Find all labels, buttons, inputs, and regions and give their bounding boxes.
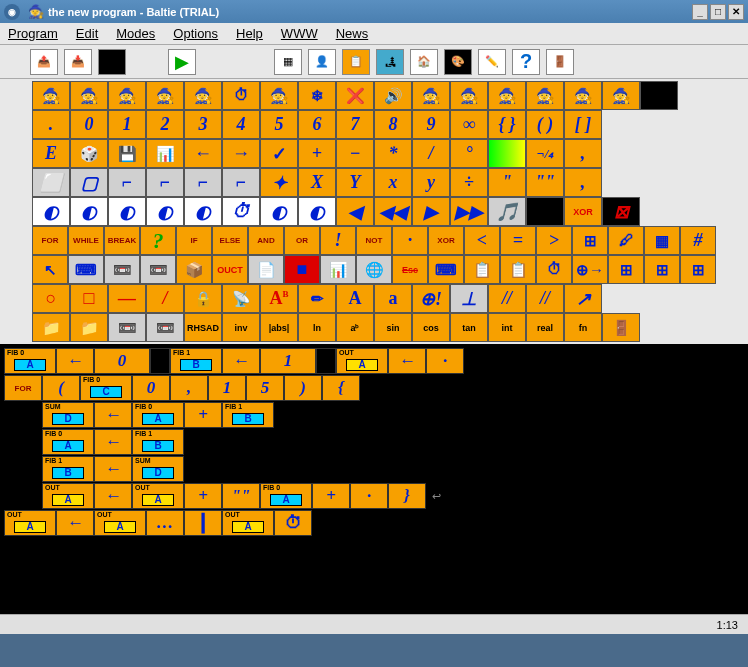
assign-block[interactable]: ← (56, 510, 94, 536)
keyboard-cell[interactable]: ⌨ (68, 255, 104, 284)
var-block[interactable]: OUTA (132, 483, 184, 509)
dots-block[interactable]: … (146, 510, 184, 536)
grid-cell[interactable]: ⊞ (644, 255, 680, 284)
corner-cell[interactable]: ⌐ (146, 168, 184, 197)
exit-cell[interactable]: 🚪 (602, 313, 640, 342)
arrow-right[interactable]: → (222, 139, 260, 168)
quote-cell[interactable]: " (488, 168, 526, 197)
if-kw-cell[interactable]: IF (176, 226, 212, 255)
wizard-cell[interactable]: 🧙 (602, 81, 640, 110)
inv-cell[interactable]: inv (222, 313, 260, 342)
gt-cell[interactable]: > (536, 226, 572, 255)
wizard-cell[interactable]: 🧙 (146, 81, 184, 110)
var-block[interactable]: FIB 1B (132, 429, 184, 455)
val-block[interactable]: · (426, 348, 464, 374)
or-cell[interactable]: OR (284, 226, 320, 255)
tool-grid[interactable]: ▦ (274, 49, 302, 75)
grid-cell[interactable]: ⊕→ (572, 255, 608, 284)
film-cell[interactable]: ◐ (108, 197, 146, 226)
tool-new[interactable]: 📤 (30, 49, 58, 75)
x-lower-cell[interactable]: x (374, 168, 412, 197)
num-block[interactable]: 0 (132, 375, 170, 401)
tan-cell[interactable]: tan (450, 313, 488, 342)
wizard-cell[interactable]: 🧙 (564, 81, 602, 110)
sq-cell[interactable]: ■ (284, 255, 320, 284)
kb2-cell[interactable]: ⌨ (428, 255, 464, 284)
var-block[interactable]: FIB 1B (170, 348, 222, 374)
folder-cell[interactable]: 📁 (70, 313, 108, 342)
y-lower-cell[interactable]: y (412, 168, 450, 197)
film-cell[interactable]: ◐ (184, 197, 222, 226)
wizard-cell[interactable]: 🧙 (32, 81, 70, 110)
film-cell[interactable]: ◐ (260, 197, 298, 226)
assign-block[interactable]: ← (388, 348, 426, 374)
film-cell[interactable]: ◐ (298, 197, 336, 226)
program-area[interactable]: FIB 0A ← 0 FIB 1B ← 1 OUTA ← · FOR ( FIB… (0, 344, 748, 614)
str-block[interactable]: "" (222, 483, 260, 509)
clock-cell[interactable]: ⏱ (536, 255, 572, 284)
var-block[interactable]: FIB 1B (42, 456, 94, 482)
tape-cell[interactable]: 📼 (104, 255, 140, 284)
lparen-block[interactable]: ( (42, 375, 80, 401)
box-cell[interactable]: 📦 (176, 255, 212, 284)
maximize-button[interactable]: □ (710, 4, 726, 20)
notdiv-cell[interactable]: ¬/₄ (526, 139, 564, 168)
play-cell[interactable]: ▶ (412, 197, 450, 226)
var-block[interactable]: OUTA (94, 510, 146, 536)
grid-cell[interactable]: ⊞ (608, 255, 644, 284)
tool-screen[interactable] (98, 49, 126, 75)
var-block[interactable]: FIB 0A (42, 429, 94, 455)
x-upper-cell[interactable]: X (298, 168, 336, 197)
lt-cell[interactable]: < (464, 226, 500, 255)
var-block[interactable]: FIB 0C (80, 375, 132, 401)
lock-cell[interactable]: 🔒 (184, 284, 222, 313)
hash-cell[interactable]: # (680, 226, 716, 255)
var-block[interactable]: FIB 0A (4, 348, 56, 374)
lte-cell[interactable]: ⊞ (572, 226, 608, 255)
assign-block[interactable]: ← (222, 348, 260, 374)
timer-cell[interactable]: ⏱ (222, 81, 260, 110)
check-cell[interactable]: ✓ (260, 139, 298, 168)
a-lower[interactable]: a (374, 284, 412, 313)
clock-block[interactable]: ⏱ (274, 510, 312, 536)
wizard-cell[interactable]: 🧙 (450, 81, 488, 110)
menu-news[interactable]: News (336, 26, 369, 41)
tape-cell[interactable]: 📼 (140, 255, 176, 284)
sheet-cell[interactable]: 📄 (248, 255, 284, 284)
delete-cell[interactable]: ❌ (336, 81, 374, 110)
fastback-cell[interactable]: ◀◀ (374, 197, 412, 226)
dot-cell[interactable]: . (32, 110, 70, 139)
box-cell[interactable]: OUCT (212, 255, 248, 284)
num-0[interactable]: 0 (70, 110, 108, 139)
num-3[interactable]: 3 (184, 110, 222, 139)
num-2[interactable]: 2 (146, 110, 184, 139)
text-cell[interactable]: AB (260, 284, 298, 313)
cursor-cell[interactable]: ↖ (32, 255, 68, 284)
num-8[interactable]: 8 (374, 110, 412, 139)
num-block[interactable]: 5 (246, 375, 284, 401)
pen-cell[interactable]: ✏ (298, 284, 336, 313)
clip-cell[interactable]: 📋 (464, 255, 500, 284)
tape-cell[interactable]: 📼 (108, 313, 146, 342)
rbrace-block[interactable]: } (388, 483, 426, 509)
tool-house[interactable]: 🏠 (410, 49, 438, 75)
plus-cell[interactable]: + (298, 139, 336, 168)
assign-block[interactable]: ← (56, 348, 94, 374)
fn-cell[interactable]: fn (564, 313, 602, 342)
shape-cell[interactable]: ⬜ (32, 168, 70, 197)
xor-kw-cell[interactable]: XOR (428, 226, 464, 255)
div2-cell[interactable]: ÷ (450, 168, 488, 197)
color-cell[interactable] (488, 139, 526, 168)
rparen-block[interactable]: ) (284, 375, 322, 401)
star-cell[interactable]: ✦ (260, 168, 298, 197)
tape-cell[interactable]: 📼 (146, 313, 184, 342)
wizard-cell[interactable]: 🧙 (526, 81, 564, 110)
film-cell[interactable]: ◐ (146, 197, 184, 226)
y-upper-cell[interactable]: Y (336, 168, 374, 197)
dice-cell[interactable]: 🎲 (70, 139, 108, 168)
screen-cell[interactable] (526, 197, 564, 226)
comma-block[interactable]: , (170, 375, 208, 401)
and-cell[interactable]: AND (248, 226, 284, 255)
div-cell[interactable]: / (412, 139, 450, 168)
globe-cell[interactable]: 🌐 (356, 255, 392, 284)
